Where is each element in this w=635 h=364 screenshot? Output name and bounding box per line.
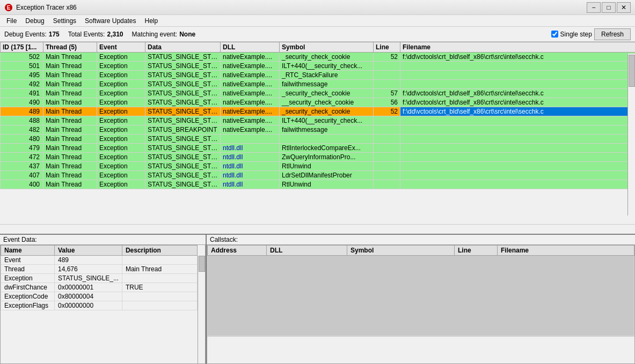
ed-col-desc[interactable]: Description <box>122 246 197 256</box>
main-table-vscrollbar[interactable] <box>627 54 635 216</box>
list-item[interactable]: ExceptionCode 0x80000004 <box>1 292 198 301</box>
cell-line: 52 <box>374 107 400 116</box>
table-row[interactable]: 480 Main Thread Exception STATUS_SINGLE_… <box>1 135 636 144</box>
cs-col-dll[interactable]: DLL <box>267 246 347 256</box>
list-item[interactable]: Event 489 <box>1 256 198 265</box>
cell-data: STATUS_SINGLE_STEP <box>145 53 221 62</box>
col-event[interactable]: Event <box>97 42 145 53</box>
list-item[interactable]: ExceptionFlags 0x00000000 <box>1 301 198 310</box>
cell-symbol: _security_check_cookie <box>280 107 374 116</box>
cell-dll: ntdll.dll <box>221 180 280 189</box>
cell-data: STATUS_SINGLE_STEP <box>145 153 221 162</box>
col-line[interactable]: Line <box>374 42 400 53</box>
col-dll[interactable]: DLL <box>221 42 280 53</box>
title-bar-buttons: − □ ✕ <box>587 2 631 13</box>
maximize-button[interactable]: □ <box>602 2 616 13</box>
table-row[interactable]: 437 Main Thread Exception STATUS_SINGLE_… <box>1 162 636 171</box>
cell-event: Exception <box>97 89 145 98</box>
cell-filename: f:\dd\vctools\crt_bld\self_x86\crt\src\i… <box>400 53 636 62</box>
cell-filename <box>400 171 636 180</box>
menu-software-updates[interactable]: Software Updates <box>81 16 140 26</box>
col-thread[interactable]: Thread (5) <box>43 42 97 53</box>
col-data[interactable]: Data <box>145 42 221 53</box>
table-row[interactable]: 491 Main Thread Exception STATUS_SINGLE_… <box>1 89 636 98</box>
table-row[interactable]: 482 Main Thread Exception STATUS_BREAKPO… <box>1 125 636 135</box>
cell-data: STATUS_SINGLE_STEP <box>145 135 221 144</box>
cell-event: Exception <box>97 80 145 89</box>
app-icon: E <box>4 3 13 12</box>
refresh-button[interactable]: Refresh <box>594 28 631 40</box>
table-row[interactable]: 492 Main Thread Exception STATUS_SINGLE_… <box>1 80 636 89</box>
callstack-body <box>208 256 634 336</box>
cs-col-line[interactable]: Line <box>455 246 498 256</box>
cell-symbol: __security_check_cookie <box>280 98 374 107</box>
cs-col-filename[interactable]: Filename <box>498 246 634 256</box>
table-row[interactable]: 400 Main Thread Exception STATUS_SINGLE_… <box>1 180 636 189</box>
event-data-body: Event 489 Thread 14,676 Main Thread Exce… <box>1 256 198 310</box>
minimize-button[interactable]: − <box>587 2 601 13</box>
event-data-title: Event Data: <box>0 235 206 244</box>
cell-line <box>374 153 400 162</box>
close-button[interactable]: ✕ <box>617 2 631 13</box>
cell-line <box>374 144 400 153</box>
cell-id: 479 <box>1 144 43 153</box>
cell-filename: f:\dd\vctools\crt_bld\self_x86\crt\src\i… <box>400 89 636 98</box>
svg-text:E: E <box>7 5 11 11</box>
cs-col-symbol[interactable]: Symbol <box>347 246 455 256</box>
cell-thread: Main Thread <box>43 144 97 153</box>
cell-dll: nativeExample.... <box>221 53 280 62</box>
event-data-scrollbar-thumb[interactable] <box>199 256 205 272</box>
table-row[interactable]: 501 Main Thread Exception STATUS_SINGLE_… <box>1 62 636 71</box>
cell-thread: Main Thread <box>43 80 97 89</box>
menu-debug[interactable]: Debug <box>21 16 48 26</box>
total-events-label: Total Events: <box>68 31 105 38</box>
cell-id: 495 <box>1 71 43 80</box>
menu-file[interactable]: File <box>2 16 21 26</box>
col-filename[interactable]: Filename <box>400 42 636 53</box>
top-table-inner[interactable]: ID (175 [1... Thread (5) Event Data DLL … <box>0 42 635 224</box>
cell-filename: f:\dd\vctools\crt_bld\self_x86\crt\src\i… <box>400 107 636 116</box>
cell-event: Exception <box>97 135 145 144</box>
table-row[interactable]: 502 Main Thread Exception STATUS_SINGLE_… <box>1 53 636 62</box>
table-row[interactable]: 479 Main Thread Exception STATUS_SINGLE_… <box>1 144 636 153</box>
menu-settings[interactable]: Settings <box>49 16 81 26</box>
ed-cell-name: ExceptionFlags <box>1 301 55 310</box>
table-row[interactable]: 488 Main Thread Exception STATUS_SINGLE_… <box>1 116 636 125</box>
main-table-hscroll[interactable] <box>0 224 635 233</box>
ed-col-name[interactable]: Name <box>1 246 55 256</box>
cell-thread: Main Thread <box>43 153 97 162</box>
ed-cell-value: 0x00000000 <box>55 301 122 310</box>
debug-events-label: Debug Events: <box>4 31 47 38</box>
list-item[interactable]: Exception STATUS_SINGLE_... <box>1 274 198 283</box>
debug-events-value: 175 <box>49 31 60 38</box>
cell-symbol: ILT+440(__security_check... <box>280 116 374 125</box>
list-item[interactable]: Thread 14,676 Main Thread <box>1 265 198 274</box>
cell-dll: nativeExample.... <box>221 62 280 71</box>
table-row[interactable]: 495 Main Thread Exception STATUS_SINGLE_… <box>1 71 636 80</box>
menu-help[interactable]: Help <box>140 16 162 26</box>
single-step-label[interactable]: Single step <box>560 31 592 38</box>
table-row[interactable]: 490 Main Thread Exception STATUS_SINGLE_… <box>1 98 636 107</box>
cell-event: Exception <box>97 180 145 189</box>
col-symbol[interactable]: Symbol <box>280 42 374 53</box>
cell-symbol: failwithmessage <box>280 125 374 135</box>
cell-data: STATUS_BREAKPOINT <box>145 125 221 135</box>
cell-id: 490 <box>1 98 43 107</box>
matching-event-label: Matching event: <box>132 31 177 38</box>
ed-col-value[interactable]: Value <box>55 246 122 256</box>
cell-data: STATUS_SINGLE_STEP <box>145 180 221 189</box>
table-row[interactable]: 472 Main Thread Exception STATUS_SINGLE_… <box>1 153 636 162</box>
col-id[interactable]: ID (175 [1... <box>1 42 43 53</box>
cell-event: Exception <box>97 162 145 171</box>
vscrollbar-thumb[interactable] <box>629 55 635 87</box>
single-step-checkbox[interactable] <box>551 31 558 38</box>
cell-thread: Main Thread <box>43 71 97 80</box>
cell-symbol: ILT+440(__security_check... <box>280 62 374 71</box>
cs-col-address[interactable]: Address <box>208 246 267 256</box>
callstack-hscroll[interactable] <box>207 336 634 345</box>
list-item[interactable]: dwFirstChance 0x00000001 TRUE <box>1 283 198 292</box>
table-row[interactable]: 489 Main Thread Exception STATUS_SINGLE_… <box>1 107 636 116</box>
table-row[interactable]: 407 Main Thread Exception STATUS_SINGLE_… <box>1 171 636 180</box>
cell-filename <box>400 144 636 153</box>
event-data-vscrollbar[interactable] <box>198 256 205 363</box>
